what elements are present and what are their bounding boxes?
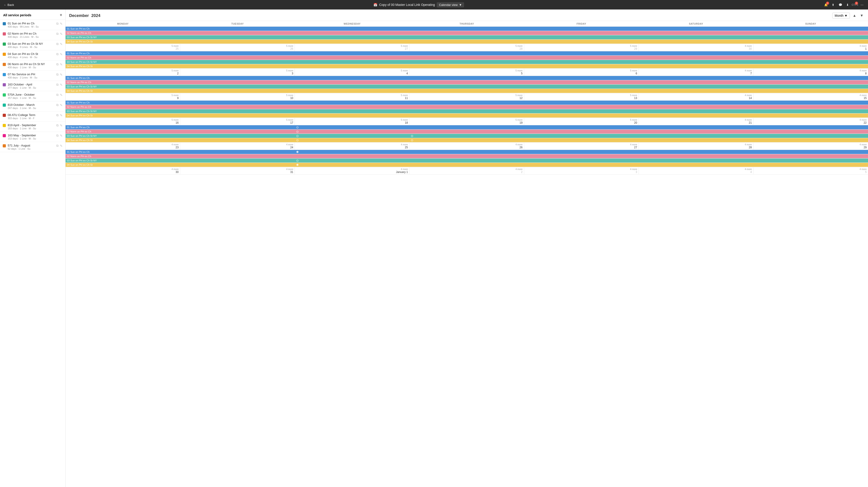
service-cell[interactable]: [639, 56, 753, 60]
copy-icon[interactable]: ⧉: [56, 144, 59, 148]
service-cell[interactable]: [295, 31, 409, 35]
service-cell[interactable]: [409, 125, 524, 129]
service-cell[interactable]: [295, 76, 409, 80]
copy-icon[interactable]: ⧉: [56, 93, 59, 97]
service-cell[interactable]: [409, 56, 524, 60]
service-cell[interactable]: [524, 64, 639, 68]
service-cell[interactable]: [524, 109, 639, 113]
copy-icon[interactable]: ⧉: [56, 62, 59, 66]
edit-icon[interactable]: ✎: [60, 144, 63, 148]
service-cell[interactable]: [524, 154, 639, 158]
service-cell[interactable]: 01 Sun on PH ex Ch: [66, 125, 180, 129]
service-cell[interactable]: [639, 64, 753, 68]
service-cell[interactable]: [180, 39, 295, 43]
service-cell[interactable]: [409, 109, 524, 113]
service-cell[interactable]: [753, 39, 868, 43]
service-cell[interactable]: [639, 85, 753, 89]
service-cell[interactable]: [524, 89, 639, 93]
service-cell[interactable]: [409, 114, 524, 118]
service-cell[interactable]: [295, 80, 409, 84]
service-cell[interactable]: [524, 27, 639, 31]
service-cell[interactable]: [180, 125, 295, 129]
service-cell[interactable]: 01 Sun on PH ex Ch: [66, 27, 180, 31]
prev-month-button[interactable]: ▲: [852, 13, 857, 18]
service-cell[interactable]: [295, 114, 409, 118]
service-cell[interactable]: 01 Sun on PH ex Ch: [66, 76, 180, 80]
service-cell[interactable]: [409, 80, 524, 84]
service-cell[interactable]: [409, 105, 524, 109]
service-cell[interactable]: [639, 27, 753, 31]
copy-icon[interactable]: ⧉: [56, 32, 59, 36]
service-cell[interactable]: ✱: [295, 163, 409, 167]
service-cell[interactable]: [409, 163, 524, 167]
chat-icon[interactable]: 💬: [838, 2, 843, 7]
service-cell[interactable]: [409, 85, 524, 89]
service-cell[interactable]: 02 Norm on PH ex Ch: [66, 80, 180, 84]
next-month-button[interactable]: ▼: [859, 13, 864, 18]
service-cell[interactable]: 02 Norm on PH ex Ch: [66, 154, 180, 158]
add-service-button[interactable]: +: [60, 13, 62, 18]
service-cell[interactable]: [753, 158, 868, 162]
service-cell[interactable]: 04 Sun on PH ex Ch St: [66, 89, 180, 93]
service-cell[interactable]: [639, 163, 753, 167]
copy-icon[interactable]: ⧉: [56, 22, 59, 26]
service-cell[interactable]: [295, 105, 409, 109]
service-cell[interactable]: [753, 89, 868, 93]
service-cell[interactable]: [753, 80, 868, 84]
service-cell[interactable]: [753, 51, 868, 55]
service-cell[interactable]: ✱: [295, 150, 409, 154]
service-cell[interactable]: [639, 60, 753, 64]
service-cell[interactable]: [639, 35, 753, 39]
service-cell[interactable]: [524, 138, 639, 142]
service-cell[interactable]: ⊙: [295, 138, 409, 142]
copy-icon[interactable]: ⧉: [56, 103, 59, 107]
service-cell[interactable]: [409, 89, 524, 93]
service-cell[interactable]: 02 Norm on PH ex Ch: [66, 105, 180, 109]
service-cell[interactable]: [180, 51, 295, 55]
service-cell[interactable]: [295, 60, 409, 64]
service-cell[interactable]: [753, 138, 868, 142]
service-cell[interactable]: [753, 163, 868, 167]
service-cell[interactable]: [295, 35, 409, 39]
back-button[interactable]: ← Back: [4, 3, 14, 6]
service-cell[interactable]: [524, 76, 639, 80]
service-cell[interactable]: [295, 101, 409, 105]
service-cell[interactable]: [180, 64, 295, 68]
upload-icon[interactable]: ⬆: [831, 2, 835, 7]
service-cell[interactable]: 02 Norm on PH ex Ch: [66, 129, 180, 133]
service-cell[interactable]: [409, 150, 524, 154]
service-cell[interactable]: [639, 105, 753, 109]
edit-icon[interactable]: ✎: [60, 93, 63, 97]
service-cell[interactable]: [639, 51, 753, 55]
service-cell[interactable]: [295, 51, 409, 55]
service-cell[interactable]: [639, 125, 753, 129]
edit-icon[interactable]: ✎: [60, 103, 63, 107]
service-cell[interactable]: 03 Sun on PH ex Ch St NY: [66, 85, 180, 89]
service-cell[interactable]: [524, 60, 639, 64]
service-cell[interactable]: [180, 138, 295, 142]
service-cell[interactable]: ⊙: [295, 158, 409, 162]
edit-icon[interactable]: ✎: [60, 114, 63, 117]
service-cell[interactable]: [180, 114, 295, 118]
service-cell[interactable]: [753, 154, 868, 158]
service-cell[interactable]: 03 Sun on PH ex Ch St NY: [66, 109, 180, 113]
edit-icon[interactable]: ✎: [60, 53, 63, 56]
copy-icon[interactable]: ⧉: [56, 123, 59, 127]
service-cell[interactable]: [524, 150, 639, 154]
service-cell[interactable]: [180, 35, 295, 39]
service-cell[interactable]: 03 Sun on PH ex Ch St NY: [66, 134, 180, 138]
service-cell[interactable]: [180, 109, 295, 113]
service-cell[interactable]: [409, 101, 524, 105]
service-cell[interactable]: [524, 39, 639, 43]
edit-icon[interactable]: ✎: [60, 63, 63, 66]
service-cell[interactable]: [639, 154, 753, 158]
service-cell[interactable]: [409, 51, 524, 55]
service-cell[interactable]: [639, 80, 753, 84]
service-cell[interactable]: ⊙: [409, 134, 524, 138]
service-cell[interactable]: [409, 154, 524, 158]
edit-icon[interactable]: ✎: [60, 134, 63, 138]
service-cell[interactable]: 03 Sun on PH ex Ch St NY: [66, 35, 180, 39]
service-cell[interactable]: [524, 35, 639, 39]
service-cell[interactable]: 03 Sun on PH ex Ch St NY: [66, 60, 180, 64]
calendar-view-button[interactable]: Calendar view ▼: [437, 2, 464, 7]
